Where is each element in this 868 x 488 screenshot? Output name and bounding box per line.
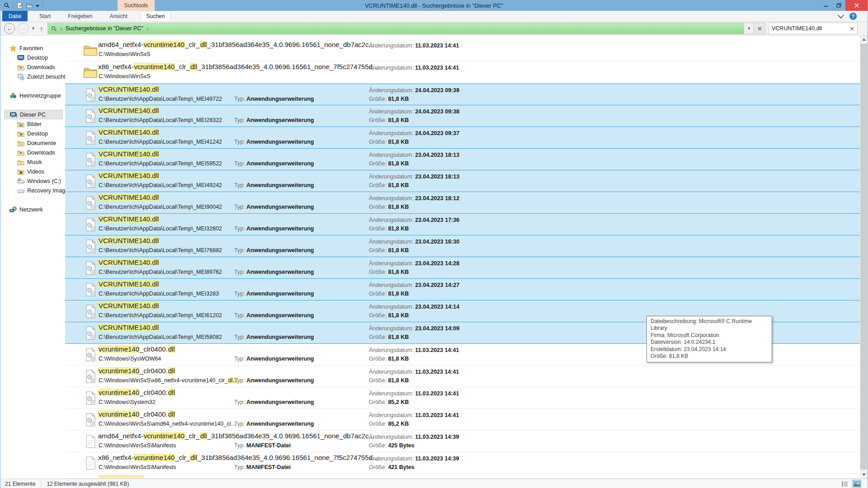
qat-customize-chevron-icon[interactable]	[36, 5, 39, 7]
file-row[interactable]: x86_netfx4-vcruntime140_clr_dll_31bf3856…	[65, 61, 860, 84]
dll-icon	[83, 196, 98, 210]
up-button[interactable]: ↑	[40, 25, 43, 33]
sidebar-item-netzwerk[interactable]: Netzwerk	[0, 205, 65, 214]
sidebar-item-bilder[interactable]: Bilder	[0, 119, 65, 129]
clear-search-icon[interactable]	[850, 24, 854, 33]
desktop-folder-icon	[17, 130, 24, 137]
file-path: C:\Benutzer\Ich\AppData\Local\Temp\_MEI2…	[99, 117, 222, 123]
file-row[interactable]: x86_netfx4-vcruntime140_clr_dll_31bf3856…	[65, 452, 860, 474]
tab-ansicht[interactable]: Ansicht	[104, 11, 132, 21]
file-row[interactable]: vcruntime140_clr0400.dllC:\Windows\WinSx…	[65, 409, 860, 431]
file-size: Größe: 81,8 KB	[369, 138, 459, 146]
search-input[interactable]	[769, 25, 849, 32]
sidebar-item-recovery-image-d[interactable]: Recovery Image (D:)	[0, 186, 65, 195]
file-meta: Änderungsdatum: 24.04.2023 09:39Größe: 8…	[369, 86, 459, 103]
sidebar-item-label: Dieser PC	[20, 112, 46, 118]
pictures-icon	[17, 121, 24, 128]
title-bar: VCRUNTIME140.dll - Suchergebnisse in "Di…	[0, 0, 868, 11]
new-folder-icon[interactable]	[26, 2, 33, 9]
file-row[interactable]: VCRUNTIME140.dllC:\Benutzer\Ich\AppData\…	[65, 257, 860, 279]
sidebar-item-label: Desktop	[27, 55, 48, 61]
tooltip-line: Erstelldatum: 23.04.2023 14:14	[651, 346, 768, 353]
file-row[interactable]: VCRUNTIME140.dllC:\Benutzer\Ich\AppData\…	[65, 279, 860, 300]
status-selection-count: 12 Elemente ausgewählt (981 KB)	[47, 481, 129, 487]
file-type: Typ: Anwendungserweiterung	[234, 269, 314, 275]
recent-locations-chevron-icon[interactable]: ▼	[31, 26, 35, 31]
breadcrumb-chevron-icon[interactable]: ›	[146, 25, 148, 32]
dll-icon	[83, 217, 98, 232]
search-box[interactable]	[768, 23, 858, 34]
restore-button[interactable]	[832, 0, 845, 11]
file-list: amd64_netfx4-vcruntime140_clr_dll_31bf38…	[65, 36, 860, 479]
window-controls	[819, 0, 868, 11]
status-divider	[41, 481, 41, 487]
file-modified: Änderungsdatum: 11.03.2023 14:41	[369, 42, 459, 50]
recent-icon	[17, 73, 24, 80]
file-row[interactable]: VCRUNTIME140.dllC:\Benutzer\Ich\AppData\…	[65, 84, 860, 105]
file-path: C:\Benutzer\Ich\AppData\Local\Temp\_MEI3…	[99, 291, 219, 297]
file-row[interactable]: amd64_netfx4-vcruntime140_clr_dll_31bf38…	[65, 431, 860, 452]
scrollbar[interactable]	[860, 36, 868, 479]
stop-search-button[interactable]	[754, 23, 765, 34]
file-row[interactable]: amd64_netfx4-vcruntime140_clr_dll_31bf38…	[65, 39, 860, 61]
sidebar-item-dokumente[interactable]: Dokumente	[0, 138, 65, 148]
sidebar-item-musik[interactable]: ♪Musik	[0, 157, 65, 167]
file-name: VCRUNTIME140.dll	[98, 107, 159, 114]
file-row[interactable]: VCRUNTIME140.dllC:\Benutzer\Ich\AppData\…	[65, 170, 860, 192]
sidebar-item-windows-c[interactable]: Windows (C:)	[0, 176, 65, 186]
file-meta: Änderungsdatum: 23.04.2023 17:36Größe: 8…	[369, 216, 459, 233]
file-size: Größe: 85,2 KB	[369, 398, 459, 407]
file-row[interactable]: vcruntime140_clr0400.dllC:\Windows\Syste…	[65, 387, 860, 409]
sidebar-item-heimnetzgruppe[interactable]: Heimnetzgruppe	[0, 91, 65, 100]
close-button[interactable]	[845, 0, 868, 11]
properties-icon[interactable]	[17, 2, 23, 9]
details-view-button[interactable]	[840, 480, 849, 488]
icons-view-button[interactable]	[852, 480, 861, 488]
sidebar-item-zuletzt-besucht[interactable]: Zuletzt besucht	[0, 72, 65, 81]
file-row[interactable]: VCRUNTIME140.dllC:\Benutzer\Ich\AppData\…	[65, 105, 860, 127]
sidebar-item-videos[interactable]: Videos	[0, 167, 65, 176]
address-dropdown-button[interactable]: ▼	[744, 23, 754, 34]
music-icon: ♪	[17, 159, 24, 166]
file-name: amd64_netfx4-vcruntime140_clr_dll_31bf38…	[98, 41, 374, 48]
sidebar-item-desktop[interactable]: Desktop	[0, 129, 65, 138]
sidebar-item-downloads[interactable]: Downloads	[0, 62, 65, 72]
tab-datei[interactable]: Datei	[2, 11, 28, 21]
file-row[interactable]: VCRUNTIME140.dllC:\Benutzer\Ich\AppData\…	[65, 192, 860, 214]
scrollbar-thumb[interactable]	[860, 44, 867, 469]
file-size: Größe: 81,8 KB	[369, 225, 459, 233]
back-button[interactable]: ←	[4, 23, 15, 34]
expand-ribbon-chevron-icon[interactable]	[838, 12, 844, 18]
minimize-button[interactable]	[819, 0, 832, 11]
file-row-partial[interactable]	[65, 474, 860, 479]
sidebar-item-downloads[interactable]: Downloads	[0, 148, 65, 157]
desktop-icon	[17, 54, 24, 61]
file-name: VCRUNTIME140.dll	[98, 150, 159, 158]
file-row[interactable]: VCRUNTIME140.dllC:\Benutzer\Ich\AppData\…	[65, 127, 860, 149]
help-icon[interactable]: ?	[849, 13, 857, 20]
tab-suchen[interactable]: Suchen	[141, 11, 171, 21]
forward-button[interactable]: →	[18, 23, 28, 34]
tab-freigeben[interactable]: Freigeben	[62, 11, 98, 21]
breadcrumb-location[interactable]: Suchergebnisse in "Dieser PC"	[66, 25, 143, 32]
address-field[interactable]: › Suchergebnisse in "Dieser PC" › ▼	[47, 23, 765, 34]
scroll-up-icon[interactable]	[860, 36, 868, 43]
sidebar-item-desktop[interactable]: Desktop	[0, 53, 65, 62]
address-bar: ← → ▼ ↑ › Suchergebnisse in "Dieser PC" …	[0, 22, 868, 36]
file-type: Typ: Anwendungserweiterung	[234, 139, 314, 145]
file-row[interactable]: VCRUNTIME140.dllC:\Benutzer\Ich\AppData\…	[65, 214, 860, 235]
sidebar-item-favoriten[interactable]: Favoriten	[0, 43, 65, 53]
file-size: Größe: 425 Bytes	[369, 441, 459, 450]
dll-icon	[83, 239, 98, 253]
file-path: C:\Windows\WinSxS\x86_netfx4-vcruntime14…	[99, 377, 238, 384]
tab-start[interactable]: Start	[34, 11, 56, 21]
scroll-down-icon[interactable]	[860, 471, 868, 479]
file-meta: Änderungsdatum: 11.03.2023 14:41Größe: 8…	[369, 411, 459, 428]
file-row[interactable]: vcruntime140_clr0400.dllC:\Windows\WinSx…	[65, 366, 860, 387]
contextual-tab-suchtools[interactable]: Suchtools	[118, 0, 155, 11]
computer-icon	[10, 111, 17, 118]
sidebar-item-dieser-pc[interactable]: Dieser PC	[4, 110, 63, 119]
file-row[interactable]: VCRUNTIME140.dllC:\Benutzer\Ich\AppData\…	[65, 149, 860, 170]
file-row[interactable]: VCRUNTIME140.dllC:\Benutzer\Ich\AppData\…	[65, 235, 860, 257]
tooltip-line: Größe: 81,8 KB	[651, 353, 768, 360]
